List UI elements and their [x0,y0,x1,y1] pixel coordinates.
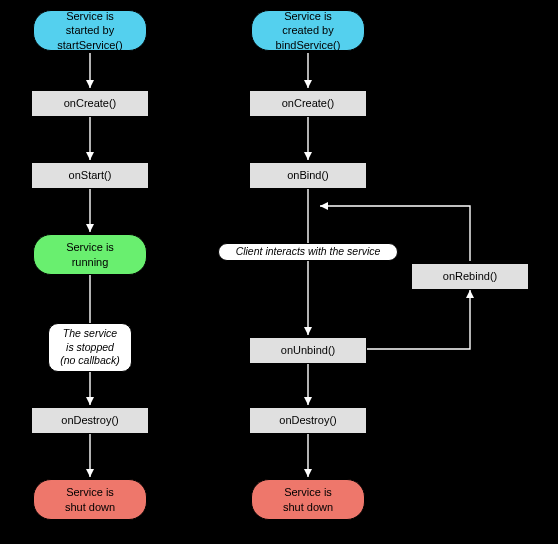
label: onDestroy() [279,413,336,427]
label: onDestroy() [61,413,118,427]
left-on-start: onStart() [31,162,149,189]
text: Service is [66,10,114,22]
text: (no callback) [60,354,120,366]
text: startService() [57,39,122,51]
right-on-rebind: onRebind() [411,263,529,290]
text: bindService() [276,39,341,51]
left-annotation: The service is stopped (no callback) [48,323,132,372]
text: is stopped [66,341,114,353]
label: onBind() [287,168,329,182]
start-bound-service: Service is created by bindService() [251,10,365,51]
text: created by [282,24,333,36]
start-started-service: Service is started by startService() [33,10,147,51]
service-running: Service is running [33,234,147,275]
text: shut down [283,501,333,513]
label: onCreate() [282,96,335,110]
right-shutdown: Service is shut down [251,479,365,520]
text: Service is [66,486,114,498]
right-annotation: Client interacts with the service [218,243,398,261]
text: Service is [66,241,114,253]
right-on-bind: onBind() [249,162,367,189]
label: onCreate() [64,96,117,110]
right-on-destroy: onDestroy() [249,407,367,434]
right-on-unbind: onUnbind() [249,337,367,364]
text: Client interacts with the service [236,245,381,259]
text: running [72,256,109,268]
text: shut down [65,501,115,513]
left-on-create: onCreate() [31,90,149,117]
text: started by [66,24,114,36]
left-shutdown: Service is shut down [33,479,147,520]
text: Service is [284,486,332,498]
left-on-destroy: onDestroy() [31,407,149,434]
label: onStart() [69,168,112,182]
label: onUnbind() [281,343,335,357]
label: onRebind() [443,269,497,283]
right-on-create: onCreate() [249,90,367,117]
text: The service [63,327,117,339]
text: Service is [284,10,332,22]
